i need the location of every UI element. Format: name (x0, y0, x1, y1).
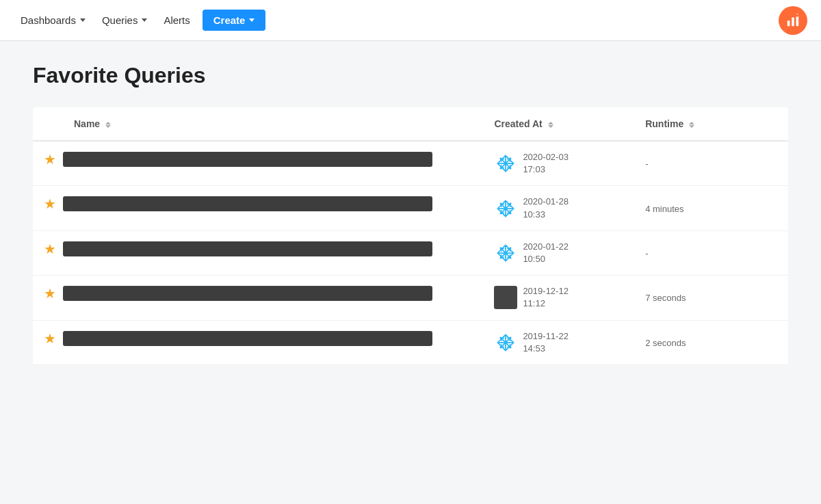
created-at-text: 2019-11-22 14:53 (523, 330, 569, 355)
table-row: ★2019-11-22 14:532 seconds (33, 320, 788, 364)
runtime-cell: 4 minutes (637, 186, 788, 230)
table-row: ★2020-01-22 10:50- (33, 230, 788, 275)
svg-point-3 (795, 13, 800, 17)
name-cell: ★ (33, 142, 486, 177)
col-header-created-at[interactable]: Created At (486, 107, 637, 141)
runtime-cell: 7 seconds (637, 276, 788, 320)
name-cell: ★ (33, 321, 486, 356)
runtime-cell: - (637, 230, 788, 275)
query-name-bar[interactable] (63, 196, 432, 211)
create-chevron-icon (249, 18, 255, 22)
name-cell: ★ (33, 231, 486, 267)
col-header-name[interactable]: Name (33, 107, 486, 141)
table-row: ★2020-01-28 10:334 minutes (33, 186, 788, 230)
created-sort-icon (548, 122, 553, 128)
snowflake-icon (494, 241, 517, 265)
logo-icon (785, 13, 800, 28)
runtime-value: 7 seconds (645, 293, 686, 303)
alerts-nav[interactable]: Alerts (157, 10, 196, 30)
runtime-cell: 2 seconds (637, 320, 788, 364)
snowflake-icon (494, 331, 517, 354)
query-name-bar[interactable] (63, 241, 432, 256)
table-header-row: Name Created At Runt (33, 107, 788, 141)
navbar: Dashboards Queries Alerts Create (0, 0, 821, 41)
created-at-cell: 2019-11-22 14:53 (486, 320, 637, 364)
create-button[interactable]: Create (203, 10, 266, 31)
star-icon[interactable]: ★ (44, 196, 56, 212)
table-row: ★2020-02-03 17:03- (33, 141, 788, 186)
runtime-value: - (645, 159, 648, 169)
dashboards-nav[interactable]: Dashboards (14, 10, 92, 30)
star-icon[interactable]: ★ (44, 285, 56, 302)
svg-rect-0 (787, 21, 790, 26)
main-content: Favorite Queries Name Created At (0, 41, 821, 387)
snowflake-icon (494, 197, 517, 220)
create-label: Create (213, 14, 246, 26)
created-at-text: 2019-12-12 11:12 (523, 285, 569, 310)
queries-table-wrapper: Name Created At Runt (33, 107, 788, 365)
svg-rect-1 (792, 17, 794, 26)
created-at-text: 2020-01-22 10:50 (523, 241, 569, 265)
runtime-sort-icon (689, 122, 694, 128)
runtime-value: 2 seconds (645, 338, 686, 348)
query-name-bar[interactable] (63, 286, 432, 301)
dark-datasource-icon (494, 286, 517, 309)
snowflake-icon (494, 152, 517, 175)
star-icon[interactable]: ★ (44, 330, 56, 347)
dashboards-chevron-icon (80, 18, 86, 22)
created-at-cell: 2020-01-22 10:50 (486, 230, 637, 275)
app-logo (779, 6, 807, 35)
table-body: ★2020-02-03 17:03-★2020-01-28 10:334 min… (33, 141, 788, 364)
created-at-cell: 2020-02-03 17:03 (486, 141, 637, 186)
star-icon[interactable]: ★ (44, 151, 56, 168)
queries-nav[interactable]: Queries (95, 10, 155, 30)
star-icon[interactable]: ★ (44, 241, 56, 257)
col-header-runtime[interactable]: Runtime (637, 107, 788, 141)
queries-table: Name Created At Runt (33, 107, 788, 365)
queries-label: Queries (102, 14, 138, 26)
created-at-text: 2020-02-03 17:03 (523, 151, 569, 176)
name-cell: ★ (33, 186, 486, 222)
query-name-bar[interactable] (63, 152, 432, 167)
dashboards-label: Dashboards (21, 14, 76, 26)
name-cell: ★ (33, 276, 486, 311)
queries-chevron-icon (142, 18, 147, 22)
query-name-bar[interactable] (63, 331, 432, 346)
runtime-value: 4 minutes (645, 204, 683, 214)
table-row: ★2019-12-12 11:127 seconds (33, 276, 788, 320)
created-at-cell: 2019-12-12 11:12 (486, 276, 637, 320)
runtime-value: - (645, 248, 648, 258)
runtime-cell: - (637, 141, 788, 186)
created-at-text: 2020-01-28 10:33 (523, 196, 569, 220)
alerts-label: Alerts (164, 14, 190, 26)
page-title: Favorite Queries (33, 63, 788, 88)
name-sort-icon (105, 122, 111, 128)
created-at-cell: 2020-01-28 10:33 (486, 186, 637, 230)
